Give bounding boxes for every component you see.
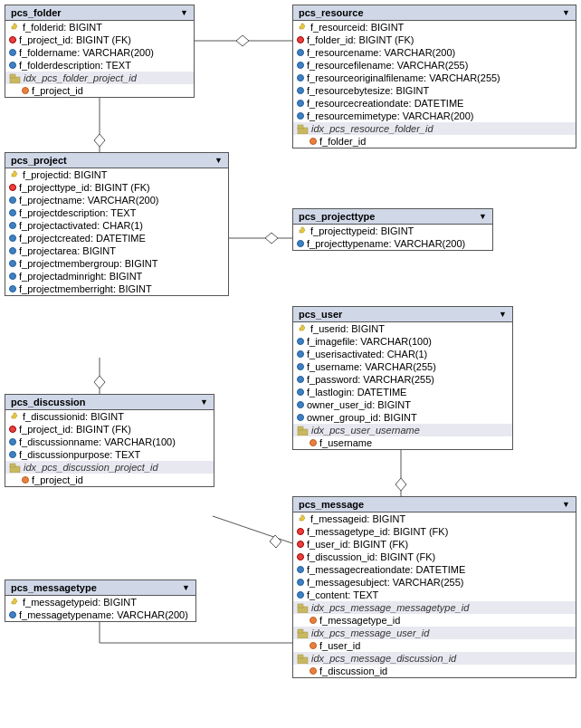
col-icon — [297, 350, 304, 358]
svg-marker-9 — [395, 478, 406, 491]
table-row: f_projectname: VARCHAR(200) — [5, 194, 228, 206]
table-row: f_messagetype_id: BIGINT (FK) — [293, 525, 576, 538]
table-row: f_content: TEXT — [293, 589, 576, 601]
svg-rect-25 — [298, 604, 303, 608]
col-icon — [9, 222, 16, 229]
table-pcs-projecttype: pcs_projecttype ▼ f_projecttypeid: BIGIN… — [292, 208, 493, 251]
table-expand-arrow[interactable]: ▼ — [562, 8, 570, 17]
table-expand-arrow[interactable]: ▼ — [180, 8, 188, 17]
svg-marker-1 — [236, 35, 249, 46]
col-icon — [9, 451, 16, 458]
col-icon — [297, 414, 304, 421]
table-row: f_userid: BIGINT — [293, 322, 512, 335]
table-expand-arrow[interactable]: ▼ — [499, 310, 507, 319]
col-icon — [297, 240, 304, 247]
col-icon — [297, 62, 304, 69]
table-row: f_resourceoriginalfilename: VARCHAR(255) — [293, 72, 576, 84]
col-icon — [297, 74, 304, 81]
table-row-indexcol: f_discussion_id — [293, 665, 576, 677]
table-row-index: idx_pcs_user_username — [293, 424, 512, 436]
table-title: pcs_resource — [299, 7, 364, 18]
diagram-container: pcs_folder ▼ f_folderid: BIGINT f_projec… — [0, 0, 581, 728]
table-row: f_discussionname: VARCHAR(100) — [5, 436, 214, 448]
col-icon — [9, 209, 16, 216]
table-row: f_project_id: BIGINT (FK) — [5, 423, 214, 436]
table-row: f_projectactivated: CHAR(1) — [5, 219, 228, 232]
fk-icon — [9, 184, 16, 191]
table-expand-arrow[interactable]: ▼ — [200, 398, 208, 407]
table-header-pcs-resource: pcs_resource ▼ — [293, 5, 576, 21]
table-expand-arrow[interactable]: ▼ — [182, 583, 190, 592]
table-title: pcs_discussion — [11, 397, 86, 407]
fk-icon — [9, 426, 16, 433]
table-row: f_password: VARCHAR(255) — [293, 373, 512, 386]
table-row: f_projectarea: BIGINT — [5, 244, 228, 257]
table-row-indexcol: f_project_id — [5, 84, 194, 97]
table-row: f_resourcename: VARCHAR(200) — [293, 46, 576, 59]
table-row: owner_group_id: BIGINT — [293, 411, 512, 424]
col-icon — [9, 611, 16, 618]
svg-rect-27 — [298, 629, 303, 633]
fk-icon — [297, 541, 304, 548]
svg-marker-5 — [265, 233, 278, 244]
table-row: f_projecttype_id: BIGINT (FK) — [5, 181, 228, 194]
table-row: f_folder_id: BIGINT (FK) — [293, 34, 576, 46]
col-icon — [9, 62, 16, 69]
table-row: f_resourcefilename: VARCHAR(255) — [293, 59, 576, 72]
table-expand-arrow[interactable]: ▼ — [214, 156, 223, 165]
table-row: f_discussion_id: BIGINT (FK) — [293, 551, 576, 563]
table-row: owner_user_id: BIGINT — [293, 398, 512, 411]
svg-line-10 — [213, 516, 292, 543]
table-title: pcs_folder — [11, 7, 62, 18]
table-row: f_projectcreated: DATETIME — [5, 232, 228, 244]
table-row: f_username: VARCHAR(255) — [293, 360, 512, 373]
col-icon — [297, 376, 304, 383]
table-row-index: idx_pcs_message_user_id — [293, 627, 576, 639]
col-icon — [297, 87, 304, 94]
svg-marker-11 — [270, 535, 281, 548]
table-row: f_user_id: BIGINT (FK) — [293, 538, 576, 551]
idxcol-icon — [22, 476, 29, 484]
col-icon — [9, 260, 16, 267]
col-icon — [297, 49, 304, 56]
table-row-indexcol: f_user_id — [293, 639, 576, 652]
svg-rect-19 — [298, 125, 303, 129]
table-expand-arrow[interactable]: ▼ — [479, 212, 487, 221]
table-row: f_discussionid: BIGINT — [5, 410, 214, 423]
table-row-index: idx_pcs_message_messagetype_id — [293, 601, 576, 614]
table-pcs-message: pcs_message ▼ f_messageid: BIGINT f_mess… — [292, 496, 576, 678]
svg-marker-3 — [94, 134, 105, 147]
table-row: f_discussionpurpose: TEXT — [5, 448, 214, 461]
table-row-indexcol: f_username — [293, 436, 512, 449]
table-pcs-resource: pcs_resource ▼ f_resourceid: BIGINT f_fo… — [292, 5, 576, 148]
table-row-index: idx_pcs_folder_project_id — [5, 72, 194, 84]
col-icon — [9, 196, 16, 204]
table-row: f_messagecreationdate: DATETIME — [293, 563, 576, 576]
col-icon — [297, 100, 304, 107]
table-row-index: idx_pcs_resource_folder_id — [293, 122, 576, 135]
col-icon — [297, 566, 304, 573]
table-row: f_projectid: BIGINT — [5, 168, 228, 181]
table-row: f_projectmembergroup: BIGINT — [5, 257, 228, 270]
table-row: f_resourceid: BIGINT — [293, 21, 576, 34]
svg-rect-29 — [298, 655, 303, 658]
table-row: f_resourcebytesize: BIGINT — [293, 84, 576, 97]
table-row-indexcol: f_project_id — [5, 474, 214, 486]
fk-icon — [297, 528, 304, 535]
col-icon — [297, 363, 304, 370]
idxcol-icon — [22, 87, 29, 94]
svg-marker-7 — [94, 376, 105, 388]
table-pcs-discussion: pcs_discussion ▼ f_discussionid: BIGINT … — [5, 394, 214, 487]
table-row: f_folderid: BIGINT — [5, 21, 194, 34]
col-icon — [297, 591, 304, 599]
table-pcs-messagetype: pcs_messagetype ▼ f_messagetypeid: BIGIN… — [5, 580, 196, 622]
col-icon — [297, 401, 304, 408]
idxcol-icon — [310, 667, 317, 675]
table-header-pcs-project: pcs_project ▼ — [5, 153, 228, 168]
table-expand-arrow[interactable]: ▼ — [562, 500, 570, 509]
table-row: f_lastlogin: DATETIME — [293, 386, 512, 398]
idxcol-icon — [310, 138, 317, 145]
col-icon — [9, 438, 16, 445]
table-row: f_projecttypeid: BIGINT — [293, 225, 492, 237]
table-row: f_projectdescription: TEXT — [5, 206, 228, 219]
